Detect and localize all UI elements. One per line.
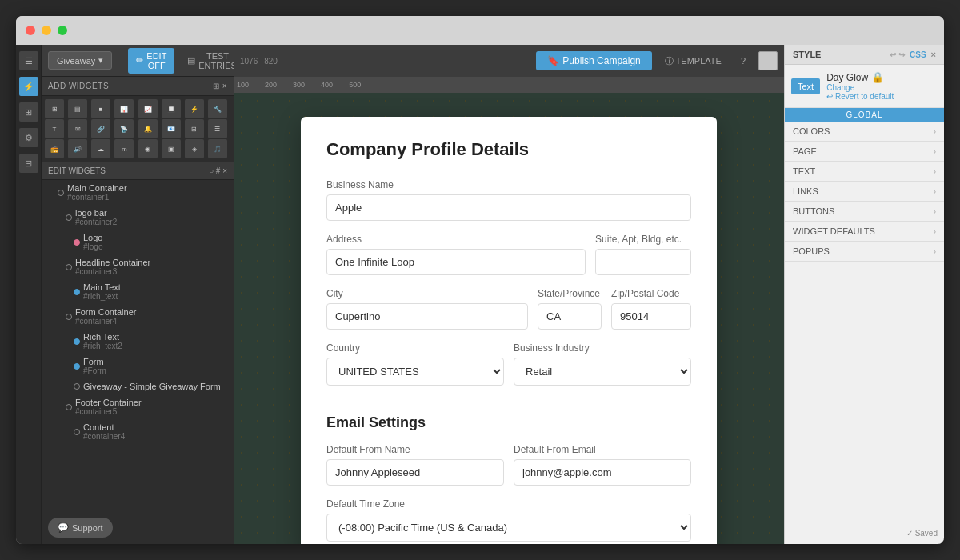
css-link[interactable]: CSS [910,50,926,59]
tree-item-content[interactable]: Content #container4 [42,419,234,444]
close-button[interactable] [26,26,35,35]
widget-cell-16[interactable]: ☰ [208,119,227,138]
modal-overlay: Company Profile Details Business Name Ad… [234,93,784,544]
from-email-group: Default From Email [514,444,691,486]
from-name-input[interactable] [326,459,504,486]
city-input[interactable] [326,303,528,330]
browser-title-bar [16,16,944,45]
widget-cell-21[interactable]: ◉ [138,139,158,158]
industry-select[interactable]: Retail Technology Healthcare [514,358,691,386]
close-right-sidebar-icon[interactable]: × [931,50,936,59]
tree-item-logo[interactable]: Logo #logo [42,230,234,254]
country-select[interactable]: UNITED STATES Canada United Kingdom [326,358,504,386]
tree-dot-giveaway [74,383,80,390]
lightning-icon[interactable]: ⚡ [19,77,38,96]
sliders-icon[interactable]: ⊟ [19,154,38,173]
style-section-colors[interactable]: COLORS › [785,122,944,142]
widget-cell-15[interactable]: ⊟ [185,119,204,138]
widget-cell-20[interactable]: m [114,139,134,158]
from-email-col: Default From Email [514,444,691,498]
tree-label: Headline Container [75,258,150,267]
tree-item-logo-bar[interactable]: logo bar #container2 [42,205,234,230]
style-section-text[interactable]: TEXT › [785,162,944,182]
modal-title: Company Profile Details [326,139,691,160]
style-section-links[interactable]: LINKS › [785,182,944,202]
support-button[interactable]: 💬 Support [48,518,113,538]
widget-cell-5[interactable]: 📈 [138,99,158,118]
suite-group: Suite, Apt, Bldg, etc. [595,234,691,275]
widget-cell-11[interactable]: 🔗 [91,119,110,138]
tree-item-rich-text[interactable]: Rich Text #rich_text2 [42,329,234,354]
from-email-input[interactable] [514,459,691,486]
minimize-button[interactable] [42,26,51,35]
saved-area: ✓ Saved [785,262,944,544]
widget-cell-3[interactable]: ■ [91,99,110,118]
widget-cell-6[interactable]: 🔲 [162,99,181,118]
add-widgets-header: ADD WIDGETS ⊞ × [42,77,234,96]
tree-item-form-container[interactable]: Form Container #container4 [42,304,234,329]
state-input[interactable] [538,303,602,330]
tree-item-headline[interactable]: Headline Container #container3 [42,254,234,279]
widget-cell-22[interactable]: ▣ [162,139,181,158]
widget-cell-7[interactable]: ⚡ [185,99,204,118]
publish-campaign-button[interactable]: 🔖 Publish Campaign [536,51,651,70]
style-section-widget-defaults[interactable]: WIDGET DEFAULTS › [785,222,944,242]
widget-cell-24[interactable]: 🎵 [208,139,227,158]
tree-item-form[interactable]: Form #Form [42,354,234,378]
tree-label: Content [83,422,125,432]
settings-icon[interactable]: ⚙ [19,128,38,147]
help-button[interactable]: ? [734,53,752,69]
color-swatch[interactable] [758,51,778,70]
country-label: Country [326,342,504,354]
change-style-link[interactable]: Change [826,83,894,92]
menu-icon[interactable]: ☰ [19,51,38,70]
maximize-button[interactable] [58,26,67,35]
zip-label: Zip/Postal Code [611,288,691,299]
widget-cell-9[interactable]: T [45,119,64,138]
business-name-input[interactable] [326,194,691,221]
widget-cell-1[interactable]: ⊞ [45,99,64,118]
layers-icon[interactable]: ⊞ [19,102,38,122]
widget-cell-19[interactable]: ☁ [91,139,110,158]
widget-cell-17[interactable]: 📻 [45,139,64,158]
style-section-page[interactable]: PAGE › [785,142,944,162]
style-section-buttons[interactable]: BUTTONS › [785,202,944,222]
widget-cell-14[interactable]: 📧 [162,119,181,138]
dropdown-arrow-icon: ▾ [98,55,103,66]
canvas-toolbar: 1076 820 🔖 Publish Campaign ⓘ TEMPLATE ? [234,45,784,77]
tree-item-main-container[interactable]: Main Container #container1 [42,180,234,205]
template-button[interactable]: ⓘ TEMPLATE [658,52,728,70]
widget-cell-2[interactable]: ▤ [68,99,87,118]
from-name-col: Default From Name [326,444,504,498]
revert-style-link[interactable]: ↩ Revert to default [826,92,894,101]
timezone-group: Default Time Zone (-08:00) Pacific Time … [326,498,691,542]
undo-redo-controls[interactable]: ↩ ↪ [890,50,905,59]
chat-icon: 💬 [58,522,69,533]
tree-sub: #container4 [83,432,125,441]
widget-cell-12[interactable]: 📡 [114,119,134,138]
giveaway-dropdown[interactable]: Giveaway ▾ [48,51,112,70]
icon-rail: ☰ ⚡ ⊞ ⚙ ⊟ [16,45,42,544]
tree-sub: #rich_text [83,292,121,301]
widget-cell-18[interactable]: 🔊 [68,139,87,158]
address-group: Address [326,234,586,275]
tree-item-footer-container[interactable]: Footer Container #container5 [42,394,234,419]
chevron-right-icon: › [934,187,936,196]
widget-cell-8[interactable]: 🔧 [208,99,227,118]
widget-cell-4[interactable]: 📊 [114,99,134,118]
zip-input[interactable] [611,303,691,330]
style-section-popups[interactable]: POPUPS › [785,242,944,262]
edit-off-button[interactable]: ✏ EDIT OFF [128,48,174,74]
tree-label: logo bar [75,208,117,218]
saved-indicator: ✓ Saved [906,529,938,538]
widget-cell-23[interactable]: ◈ [185,139,204,158]
widget-cell-13[interactable]: 🔔 [138,119,158,138]
ruler-marks: 100 200 300 400 500 [237,81,361,89]
tree-item-main-text[interactable]: Main Text #rich_text [42,279,234,304]
company-profile-modal: Company Profile Details Business Name Ad… [301,117,717,544]
widget-cell-10[interactable]: ✉ [68,119,87,138]
suite-input[interactable] [595,249,691,275]
tree-item-giveaway-form[interactable]: Giveaway - Simple Giveaway Form [42,378,234,394]
address-input[interactable] [326,249,586,275]
timezone-select[interactable]: (-08:00) Pacific Time (US & Canada) (-07… [326,514,691,542]
